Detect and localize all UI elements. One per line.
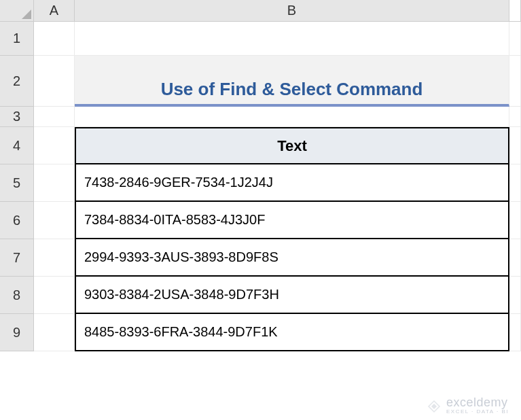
table-row[interactable]: 2994-9393-3AUS-3893-8D9F8S — [75, 239, 509, 277]
table-row[interactable]: 7438-2846-9GER-7534-1J2J4J — [75, 164, 509, 202]
cell-a1[interactable] — [34, 22, 75, 56]
cell-b3[interactable] — [75, 107, 509, 127]
cell-a4[interactable] — [34, 127, 75, 164]
row-header-1[interactable]: 1 — [0, 22, 34, 56]
row-header-5[interactable]: 5 — [0, 164, 34, 202]
title-cell[interactable]: Use of Find & Select Command — [75, 56, 509, 107]
table-header[interactable]: Text — [75, 127, 509, 164]
watermark-brand: exceldemy — [446, 396, 509, 410]
cell-a7[interactable] — [34, 239, 75, 277]
select-all-corner[interactable] — [0, 0, 34, 22]
sheet-title: Use of Find & Select Command — [161, 79, 423, 100]
row-header-2[interactable]: 2 — [0, 56, 34, 107]
cell-a3[interactable] — [34, 107, 75, 127]
table-row[interactable]: 9303-8384-2USA-3848-9D7F3H — [75, 277, 509, 314]
table-row[interactable]: 8485-8393-6FRA-3844-9D7F1K — [75, 314, 509, 351]
column-header-a[interactable]: A — [34, 0, 75, 22]
cell-b1[interactable] — [75, 22, 509, 56]
cell-a5[interactable] — [34, 164, 75, 202]
spreadsheet-grid: A B 1 2 Use of Find & Select Command 3 4… — [0, 0, 521, 351]
row-header-3[interactable]: 3 — [0, 107, 34, 127]
row-header-9[interactable]: 9 — [0, 314, 34, 351]
select-all-icon — [22, 10, 31, 19]
cell-a2[interactable] — [34, 56, 75, 107]
cell-a8[interactable] — [34, 277, 75, 314]
column-header-b[interactable]: B — [75, 0, 509, 22]
table-row[interactable]: 7384-8834-0ITA-8583-4J3J0F — [75, 202, 509, 239]
cell-a6[interactable] — [34, 202, 75, 239]
watermark-tagline: EXCEL · DATA · BI — [446, 408, 509, 415]
column-header-edge — [509, 0, 521, 22]
cell-a9[interactable] — [34, 314, 75, 351]
logo-icon — [426, 397, 442, 413]
row-header-4[interactable]: 4 — [0, 127, 34, 164]
row-header-8[interactable]: 8 — [0, 277, 34, 314]
watermark: exceldemy EXCEL · DATA · BI — [426, 396, 509, 415]
row-header-7[interactable]: 7 — [0, 239, 34, 277]
row-header-6[interactable]: 6 — [0, 202, 34, 239]
